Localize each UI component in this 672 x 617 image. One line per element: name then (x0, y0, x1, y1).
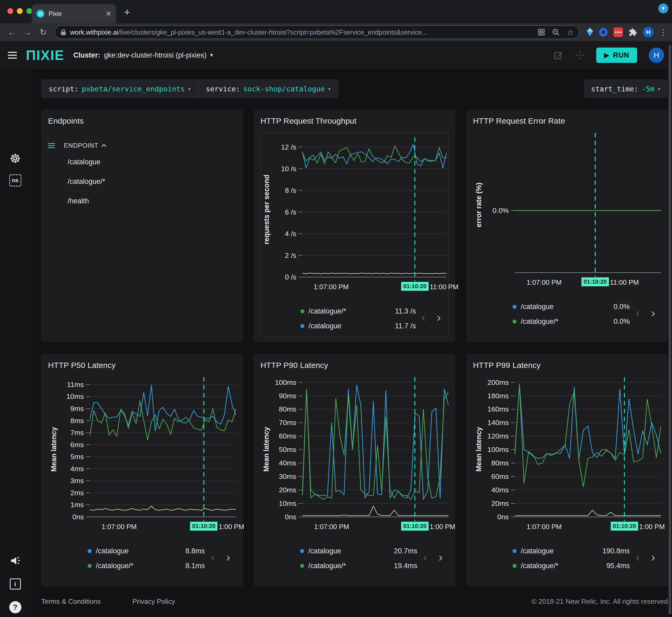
svg-text:10 /s: 10 /s (281, 165, 296, 173)
minimize-window-button[interactable] (17, 8, 23, 14)
legend-color-dot (300, 549, 304, 553)
column-header-endpoint[interactable]: ENDPOINT (64, 142, 98, 149)
svg-text:1ms: 1ms (70, 501, 84, 509)
app-header: ΠIXIE Cluster: gke:dev-cluster-htroisi (… (0, 41, 672, 69)
script-selector[interactable]: script: pxbeta/service_endpoints ▾ (41, 79, 198, 98)
x-tick-label: 1:00 PM (430, 523, 455, 531)
footer: Terms & Conditions Privacy Policy © 2018… (41, 597, 668, 606)
y-axis-label: Mean latency (261, 377, 272, 521)
table-row[interactable]: /health (48, 192, 236, 211)
panel-title: HTTP P90 Latency (261, 361, 448, 370)
forward-icon[interactable]: → (21, 27, 34, 37)
user-avatar[interactable]: H (649, 47, 664, 63)
url-bar[interactable]: work.withpixie.ai/live/clusters/gke_pl-p… (54, 25, 580, 39)
legend-next-icon[interactable]: › (437, 310, 441, 324)
legend-prev-icon[interactable]: ‹ (636, 550, 640, 564)
sort-ascending-icon[interactable] (102, 144, 106, 149)
table-row[interactable]: /catalogue (48, 152, 236, 172)
run-button[interactable]: ▶ RUN (596, 47, 637, 63)
browser-profile-avatar[interactable]: H (643, 27, 654, 37)
legend-series-name: /catalogue/* (96, 562, 133, 570)
cursor-time-tooltip: 01:10:20 (401, 282, 429, 291)
x-axis: 1:07:00 PM01:10:201:00 PM (60, 521, 236, 533)
back-icon[interactable]: ← (5, 27, 18, 37)
svg-text:0ns: 0ns (285, 513, 296, 521)
table-menu-icon[interactable] (48, 142, 55, 150)
legend-next-icon[interactable]: › (651, 550, 655, 564)
copyright-text: © 2018-21 New Relic, Inc. All rights res… (532, 597, 668, 606)
map-pin-extension-icon[interactable] (587, 28, 593, 37)
legend-series-name: /catalogue/* (521, 318, 559, 326)
terms-link[interactable]: Terms & Conditions (41, 597, 100, 606)
password-extension-icon[interactable] (613, 27, 623, 37)
plot-area[interactable]: 12 /s10 /s8 /s6 /s4 /s2 /s0 /s (272, 137, 446, 281)
grid-icon[interactable] (538, 28, 545, 36)
svg-text:4 /s: 4 /s (285, 230, 296, 238)
svg-text:8 /s: 8 /s (285, 187, 296, 194)
legend-next-icon[interactable]: › (226, 550, 230, 564)
legend-color-dot (513, 305, 517, 309)
window-controls[interactable] (7, 8, 32, 14)
edit-script-icon[interactable] (554, 50, 563, 60)
script-args-bar: script: pxbeta/service_endpoints ▾ servi… (41, 79, 338, 98)
tab-close-icon[interactable]: ✕ (105, 10, 111, 18)
cluster-selector[interactable]: Cluster: gke:dev-cluster-htroisi (pl-pix… (73, 51, 214, 59)
pixie-favicon-icon: π (36, 10, 44, 18)
plot-area[interactable]: 100ms90ms80ms70ms60ms50ms40ms30ms20ms10m… (272, 377, 448, 521)
svg-text:70ms: 70ms (279, 419, 296, 427)
main-content: script: pxbeta/service_endpoints ▾ servi… (30, 69, 672, 617)
panel-title: HTTP Request Throughput (261, 117, 448, 126)
start-time-selector[interactable]: start_time: -5m ▾ (584, 79, 668, 98)
legend-color-dot (300, 564, 304, 568)
svg-text:90ms: 90ms (279, 392, 296, 400)
browser-menu-icon[interactable]: ⋮ (659, 28, 667, 37)
svg-text:6ms: 6ms (70, 441, 84, 448)
puzzle-extensions-icon[interactable] (629, 28, 637, 36)
chart-legend: /catalogue190.8ms/catalogue/*95.4ms‹› (473, 545, 661, 572)
legend-prev-icon[interactable]: ‹ (423, 550, 427, 564)
legend-prev-icon[interactable]: ‹ (211, 550, 215, 564)
play-icon: ▶ (604, 51, 609, 59)
page-scrollbar[interactable] (669, 45, 671, 614)
legend-next-icon[interactable]: › (439, 550, 443, 564)
maximize-window-button[interactable] (26, 8, 32, 14)
table-row[interactable]: /catalogue/* (48, 172, 236, 192)
legend-next-icon[interactable]: › (651, 305, 655, 320)
legend-prev-icon[interactable]: ‹ (421, 310, 425, 324)
chevron-down-icon[interactable]: ▼ (658, 3, 668, 13)
chart-p50-latency: Mean latency 11ms10ms9ms8ms7ms6ms5ms4ms3… (48, 377, 236, 572)
chart-legend: /catalogue20.7ms/catalogue/*19.4ms‹› (261, 545, 448, 572)
ring-extension-icon[interactable] (599, 28, 608, 36)
chart-legend: /catalogue/*11.3 /s/catalogue11.7 /s‹› (261, 305, 446, 332)
table-header[interactable]: ENDPOINT (48, 139, 236, 152)
zoom-out-icon[interactable] (552, 28, 560, 36)
plot-area[interactable]: 11ms10ms9ms8ms7ms6ms5ms4ms3ms2ms1ms0ns (60, 377, 236, 521)
kubernetes-cluster-icon[interactable]: ☸ (0, 151, 30, 166)
bookmark-star-icon[interactable]: ☆ (567, 28, 574, 37)
privacy-link[interactable]: Privacy Policy (132, 597, 175, 606)
service-selector[interactable]: service: sock-shop/catalogue ▾ (198, 79, 338, 98)
menu-hamburger-icon[interactable] (8, 50, 17, 60)
reload-icon[interactable]: ↻ (36, 27, 50, 37)
help-icon[interactable]: ? (0, 601, 30, 613)
svg-text:7ms: 7ms (70, 429, 84, 437)
cursor-time-tooltip: 01:10:20 (190, 522, 218, 531)
legend-prev-icon[interactable]: ‹ (636, 305, 640, 320)
panel-http-p99-latency: HTTP P99 Latency Mean latency 200ms180ms… (466, 354, 668, 586)
announcements-icon[interactable] (0, 555, 30, 566)
pixie-logo: ΠIXIE (26, 47, 64, 63)
legend-series-name: /catalogue (309, 322, 342, 330)
close-window-button[interactable] (7, 8, 13, 14)
x-tick-label: 1:07:00 PM (102, 523, 137, 531)
svg-text:20ms: 20ms (491, 500, 509, 507)
browser-tab-pixie[interactable]: π Pixie ✕ (32, 4, 116, 23)
new-tab-button[interactable]: + (124, 7, 130, 17)
move-widgets-icon[interactable] (575, 50, 585, 60)
y-axis-label: Mean latency (48, 377, 60, 521)
svg-text:4ms: 4ms (70, 465, 84, 472)
plot-area[interactable]: 0.0% (484, 133, 661, 277)
panel-http-p90-latency: HTTP P90 Latency Mean latency 100ms90ms8… (254, 354, 455, 586)
namespace-icon[interactable]: ns (0, 174, 30, 187)
plot-area[interactable]: 200ms180ms160ms140ms120ms100ms80ms60ms40… (484, 377, 661, 521)
info-icon[interactable]: i (0, 579, 30, 590)
